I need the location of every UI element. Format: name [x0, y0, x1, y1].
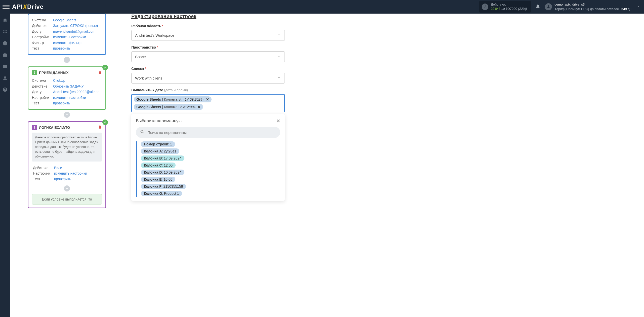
kv-row: ДействиеЕсли	[33, 165, 101, 171]
add-step-button[interactable]: +	[64, 112, 70, 118]
kv-key: Фильтр	[32, 40, 53, 46]
kv-row: СистемаGoogle Sheets	[32, 17, 102, 23]
due-date-input[interactable]: Google Sheets | Колонка B: «17.09.2024» …	[131, 94, 285, 112]
add-step-button[interactable]: +	[64, 57, 70, 63]
home-icon[interactable]	[2, 17, 8, 23]
variable-search[interactable]	[136, 127, 280, 138]
step-title: ЛОГИКА ЕСЛИ/ТО	[39, 126, 70, 130]
kv-row: ДействиеЗагрузить СТРОКИ (новые)	[32, 23, 102, 28]
remove-tag-icon[interactable]: ✕	[197, 105, 200, 109]
workspace-label: Рабочая область*	[131, 24, 285, 28]
variable-option[interactable]: Колонка C: 12:00	[141, 163, 176, 168]
info-icon: i	[482, 4, 488, 10]
kv-value-link[interactable]: Если	[54, 165, 62, 171]
close-icon[interactable]: ✕	[276, 118, 280, 124]
step-card-logic[interactable]: ✓ 3 ЛОГИКА ЕСЛИ/ТО Данное условие сработ…	[28, 121, 106, 208]
workspace-select[interactable]: Andrii test's Workspace	[131, 30, 285, 41]
connections-icon[interactable]	[2, 29, 8, 35]
kv-row: Настройкиизменить настройки	[32, 95, 102, 100]
avatar[interactable]	[545, 3, 552, 10]
kv-row: Настройкиизменить настройки	[32, 34, 102, 40]
chevron-down-icon	[277, 33, 281, 38]
kv-value-link[interactable]: проверить	[53, 46, 70, 51]
page-title: Редактирование настроек	[131, 14, 285, 19]
variable-list[interactable]: Номер строки: 1Колонка A: 2yt28e1Колонка…	[141, 141, 280, 197]
actions-used: 22'048	[491, 7, 501, 11]
kv-value-link[interactable]: ClickUp	[53, 78, 65, 83]
hamburger-menu[interactable]	[3, 3, 10, 10]
step-card-destination[interactable]: ✓ 2 ПРИЕМ ДАННЫХ СистемаClickUpДействиеО…	[28, 66, 106, 110]
sidebar-nav: $	[0, 14, 10, 317]
variable-option[interactable]: Колонка F: 2150355158	[141, 184, 186, 189]
step-title: ПРИЕМ ДАННЫХ	[39, 71, 69, 75]
kv-key: Система	[32, 17, 53, 23]
add-step-button[interactable]: +	[64, 185, 70, 191]
video-icon[interactable]	[2, 63, 8, 69]
billing-icon[interactable]: $	[2, 40, 8, 46]
variable-option[interactable]: Колонка A: 2yt28e1	[141, 148, 179, 154]
check-icon: ✓	[102, 65, 108, 70]
source-indicator	[136, 141, 137, 197]
variable-tag[interactable]: Google Sheets | Колонка C: «12:00» ✕	[134, 104, 203, 110]
kv-row: Фильтризменить фильтр	[32, 40, 102, 46]
step-card-source[interactable]: СистемаGoogle SheetsДействиеЗагрузить СТ…	[28, 14, 106, 55]
briefcase-icon[interactable]	[2, 52, 8, 58]
step-number: 3	[32, 125, 37, 130]
variable-option[interactable]: Колонка G: Product 1	[141, 191, 182, 196]
kv-key: Доступ	[32, 89, 53, 95]
variable-picker-popup: Выберите переменную ✕ Номер строки: 1Кол…	[131, 114, 285, 201]
variable-option[interactable]: Номер строки: 1	[141, 141, 175, 147]
kv-key: Тест	[32, 46, 53, 51]
header-dropdown-icon[interactable]	[636, 4, 640, 10]
kv-value-link[interactable]: Google Sheets	[53, 17, 76, 23]
logo[interactable]: APIXDrive	[12, 3, 44, 10]
app-header: APIXDrive i Действия: 22'048 из 100'000 …	[0, 0, 644, 14]
kv-key: Тест	[32, 100, 53, 106]
space-select[interactable]: Space	[131, 51, 285, 62]
kv-value-link[interactable]: изменить фильтр	[53, 40, 82, 46]
settings-form: Редактирование настроек Рабочая область*…	[116, 14, 292, 317]
delete-icon[interactable]	[98, 70, 102, 75]
variable-search-input[interactable]	[147, 130, 276, 135]
popup-title: Выберите переменную	[136, 118, 182, 124]
remove-tag-icon[interactable]: ✕	[206, 97, 209, 101]
user-info: demo_apix_drive_s3 Тариф |Премиум PRO| д…	[554, 2, 631, 11]
actions-counter[interactable]: i Действия: 22'048 из 100'000 (22%)	[479, 1, 531, 13]
variable-option[interactable]: Колонка E: 10:00	[141, 177, 175, 182]
kv-value-link[interactable]: maverickandrii@gmail.com	[53, 29, 95, 34]
kv-value-link[interactable]: изменить настройки	[53, 34, 86, 40]
kv-row: Тестпроверить	[32, 46, 102, 51]
kv-value-link[interactable]: Andrii test (test20022@ukr.ne	[53, 89, 100, 95]
kv-key: Действие	[32, 84, 53, 89]
kv-value-link[interactable]: изменить настройки	[54, 171, 87, 176]
variable-option[interactable]: Колонка B: 17.09.2024	[141, 155, 184, 161]
condition-success-box: Если условие выполняется, то	[32, 194, 102, 205]
check-icon: ✓	[102, 120, 108, 125]
kv-row: ДействиеОбновить ЗАДАЧУ	[32, 84, 102, 89]
steps-panel: СистемаGoogle SheetsДействиеЗагрузить СТ…	[10, 14, 116, 317]
kv-value-link[interactable]: Обновить ЗАДАЧУ	[53, 84, 84, 89]
user-tariff: Тариф |Премиум PRO| до оплаты осталось 2…	[554, 7, 631, 11]
due-date-label: Выполнить к дате (дата и время)	[131, 88, 285, 92]
variable-tag[interactable]: Google Sheets | Колонка B: «17.09.2024» …	[134, 96, 212, 102]
kv-key: Настройки	[32, 34, 53, 40]
user-name: demo_apix_drive_s3	[554, 2, 631, 7]
list-select[interactable]: Work with cliens	[131, 73, 285, 84]
kv-value-link[interactable]: проверить	[54, 176, 71, 182]
help-icon[interactable]	[2, 87, 8, 93]
kv-value-link[interactable]: изменить настройки	[53, 95, 86, 100]
notifications-icon[interactable]	[535, 4, 540, 10]
kv-row: Тестпроверить	[32, 100, 102, 106]
kv-row: Тестпроверить	[33, 176, 101, 182]
kv-value-link[interactable]: проверить	[53, 100, 70, 106]
list-label: Список*	[131, 67, 285, 71]
kv-value-link[interactable]: Загрузить СТРОКИ (новые)	[53, 23, 98, 28]
step-number: 2	[32, 70, 37, 75]
kv-key: Действие	[33, 165, 54, 171]
profile-icon[interactable]	[2, 75, 8, 81]
variable-option[interactable]: Колонка D: 10.09.2024	[141, 170, 184, 175]
kv-row: Настройкиизменить настройки	[33, 171, 101, 176]
kv-row: СистемаClickUp	[32, 78, 102, 83]
delete-icon[interactable]	[98, 125, 102, 130]
kv-row: ДоступAndrii test (test20022@ukr.ne	[32, 89, 102, 95]
